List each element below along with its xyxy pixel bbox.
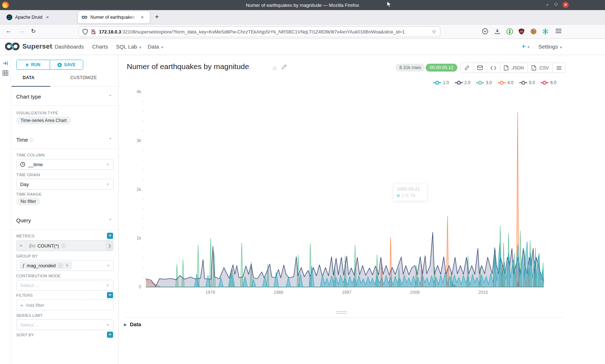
favorite-star-icon[interactable]: ☆ xyxy=(272,64,277,72)
time-grain-select[interactable]: Day▼ xyxy=(16,179,113,190)
chevron-down-icon: ▼ xyxy=(139,46,142,49)
viz-type-label: VISUALIZATION TYPE xyxy=(16,111,58,115)
plus-icon: + xyxy=(20,302,23,308)
clock-icon xyxy=(20,162,25,167)
pocket-icon[interactable] xyxy=(481,28,489,35)
svg-text:2k: 2k xyxy=(136,187,142,192)
new-tab-button[interactable]: + xyxy=(155,13,159,21)
embed-code-button[interactable] xyxy=(487,63,500,73)
add-sort-by-button[interactable]: + xyxy=(107,332,113,338)
add-filter-plus-button[interactable]: + xyxy=(107,292,113,298)
tab-earthquakes-chart[interactable]: Numer of earthquakes by × xyxy=(78,11,150,23)
new-chart-plus-button[interactable]: +▼ xyxy=(522,43,530,50)
timeseries-area-chart[interactable]: 01k2k3k4k19791988199720062015 xyxy=(122,88,560,295)
viz-type-pill[interactable]: Time-series Area Chart xyxy=(16,117,71,124)
window-close-button[interactable]: ✕ xyxy=(563,2,569,8)
window-maximize-button[interactable]: ◇ xyxy=(552,1,560,6)
tab-label: Apache Druid xyxy=(15,15,42,20)
tab-close-icon[interactable]: × xyxy=(141,14,144,20)
legend-item-5.0[interactable]: 5.0 xyxy=(519,80,535,85)
extension-green-icon[interactable] xyxy=(506,28,514,35)
panel-tab-data[interactable]: DATA xyxy=(23,75,35,80)
superset-logo[interactable]: Superset xyxy=(4,42,52,51)
tab-label: Numer of earthquakes by xyxy=(90,15,137,20)
copy-link-button[interactable] xyxy=(461,63,474,73)
collapse-rail xyxy=(0,55,11,364)
envelope-icon xyxy=(477,65,483,70)
legend-item-4.0[interactable]: 4.0 xyxy=(498,80,514,85)
save-button[interactable]: SAVE xyxy=(50,60,83,69)
window-minimize-button[interactable]: ⌄ xyxy=(544,1,551,6)
svg-text:4k: 4k xyxy=(136,89,142,94)
run-button[interactable]: RUN xyxy=(17,60,50,69)
bookmark-star-icon[interactable]: ☆ xyxy=(432,28,436,35)
chevron-down-icon: ▼ xyxy=(106,283,109,287)
container-asterisk-icon[interactable] xyxy=(541,28,549,35)
time-range-label: TIME RANGE xyxy=(16,192,41,196)
chevron-right-icon: ▶ xyxy=(124,322,127,327)
nav-dashboards[interactable]: Dashboards xyxy=(55,44,84,50)
chevron-up-icon[interactable]: ⌃ xyxy=(109,218,112,223)
nav-settings[interactable]: Settings▼ xyxy=(538,44,563,50)
remove-chip-icon[interactable]: ✕ xyxy=(66,263,69,268)
chevron-right-icon[interactable]: ❯ xyxy=(106,241,113,251)
control-panel: RUN SAVE DATA CUSTOMIZE Chart type ⌃ VIS… xyxy=(11,55,119,364)
svg-text:1997: 1997 xyxy=(342,290,351,295)
function-icon: f xyxy=(23,263,24,268)
section-chart-type: Chart type xyxy=(16,94,41,100)
svg-text:1k: 1k xyxy=(136,236,142,241)
nav-data[interactable]: Data▼ xyxy=(148,44,164,50)
ublock-icon[interactable]: uO xyxy=(517,28,525,35)
chevron-down-icon: ▼ xyxy=(527,45,530,49)
chart-actions: .JSON x.CSV xyxy=(460,63,566,73)
legend-item-1.0[interactable]: 1.0 xyxy=(433,80,449,85)
data-panel-header[interactable]: ▶ Data xyxy=(124,317,564,327)
chevron-down-icon: ▼ xyxy=(106,323,109,327)
forward-button[interactable]: → xyxy=(19,28,24,34)
expand-panel-icon[interactable] xyxy=(3,61,8,67)
window-title: Numer of earthquakes by magnitude — Mozi… xyxy=(0,3,605,8)
nav-charts[interactable]: Charts xyxy=(92,44,108,50)
cookie-icon[interactable] xyxy=(529,28,537,35)
downloads-icon[interactable] xyxy=(493,28,501,35)
contribution-mode-select[interactable]: Select ...▼ xyxy=(16,280,113,291)
remove-metric-icon[interactable]: ✕ xyxy=(17,241,26,251)
time-range-pill[interactable]: No filter xyxy=(16,197,40,205)
tooltip-date: 2002-03-21 xyxy=(397,187,424,192)
back-button[interactable]: ← xyxy=(6,28,12,34)
series-limit-select[interactable]: Select ...▼ xyxy=(16,319,113,330)
add-filter-dropzone[interactable]: +Add filter xyxy=(16,300,113,310)
svg-text:1988: 1988 xyxy=(274,290,283,295)
legend-item-6.0[interactable]: 6.0 xyxy=(541,80,556,85)
time-column-select[interactable]: __time▼ xyxy=(16,159,113,170)
link-icon xyxy=(464,65,470,70)
legend-item-3.0[interactable]: 3.0 xyxy=(476,80,492,85)
metric-item[interactable]: ✕ f(x)COUNT(*)? ❯ xyxy=(16,240,113,251)
group-by-chip[interactable]: fmag_rounded?✕ xyxy=(19,261,72,269)
tab-apache-druid[interactable]: Apache Druid × xyxy=(3,11,75,23)
legend-label: 4.0 xyxy=(507,80,514,85)
group-by-select[interactable]: fmag_rounded?✕ ▼ xyxy=(16,260,113,271)
series-dot xyxy=(397,194,400,197)
edit-title-icon[interactable] xyxy=(282,64,287,70)
panel-tab-customize[interactable]: CUSTOMIZE xyxy=(70,75,97,80)
plus-circle-icon xyxy=(57,63,62,67)
nav-sql-lab[interactable]: SQL Lab▼ xyxy=(116,44,142,50)
shield-icon[interactable] xyxy=(82,29,88,35)
resize-handle[interactable] xyxy=(336,311,347,314)
tab-close-icon[interactable]: × xyxy=(46,14,49,20)
datasource-grid-icon[interactable] xyxy=(3,70,8,77)
reload-button[interactable]: ↻ xyxy=(31,28,36,35)
url-bar[interactable]: 172.18.0.3:32108/superset/explore/?form_… xyxy=(79,26,440,37)
chevron-up-icon[interactable]: ⌃ xyxy=(109,137,112,142)
email-button[interactable] xyxy=(474,63,487,73)
more-options-button[interactable] xyxy=(553,63,565,73)
legend-item-2.0[interactable]: 2.0 xyxy=(455,80,471,85)
insecure-lock-icon[interactable] xyxy=(91,29,96,35)
add-metric-button[interactable]: + xyxy=(107,233,113,239)
export-csv-button[interactable]: x.CSV xyxy=(528,63,553,73)
lightning-icon xyxy=(26,63,29,67)
menu-hamburger-icon[interactable] xyxy=(555,28,563,35)
export-json-button[interactable]: .JSON xyxy=(500,63,528,73)
chevron-up-icon[interactable]: ⌃ xyxy=(109,94,112,99)
